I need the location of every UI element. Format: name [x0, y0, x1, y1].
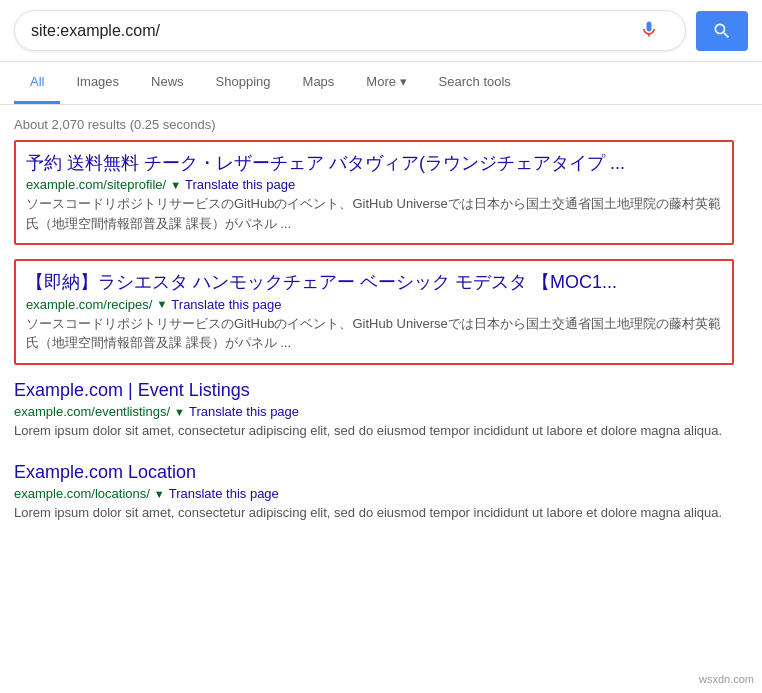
search-input-wrapper — [14, 10, 686, 51]
result-snippet: ソースコードリポジトリサービスのGitHubのイベント、GitHub Unive… — [26, 194, 722, 233]
result-translate[interactable]: Translate this page — [169, 486, 279, 501]
result-translate[interactable]: Translate this page — [171, 297, 281, 312]
search-bar-container — [0, 0, 762, 62]
search-input[interactable] — [31, 22, 639, 40]
result-item: 予約 送料無料 チーク・レザーチェア バタヴィア(ラウンジチェアタイプ ... … — [14, 140, 734, 245]
nav-tabs: All Images News Shopping Maps More ▾ Sea… — [0, 62, 762, 105]
tab-all[interactable]: All — [14, 62, 60, 104]
tab-news[interactable]: News — [135, 62, 200, 104]
tab-more[interactable]: More ▾ — [350, 62, 422, 104]
tab-search-tools[interactable]: Search tools — [423, 62, 527, 104]
result-title[interactable]: 【即納】ラシエスタ ハンモックチェアー ベーシック モデスタ 【MOC1... — [26, 271, 722, 294]
result-url-arrow[interactable]: ▼ — [156, 298, 167, 310]
result-snippet: Lorem ipsum dolor sit amet, consectetur … — [14, 503, 734, 523]
result-url-arrow[interactable]: ▼ — [170, 179, 181, 191]
result-translate[interactable]: Translate this page — [185, 177, 295, 192]
result-url: example.com/recipes/ — [26, 297, 152, 312]
result-item: Example.com | Event Listings example.com… — [14, 379, 734, 441]
search-button[interactable] — [696, 11, 748, 51]
result-title[interactable]: Example.com | Event Listings — [14, 379, 734, 402]
results-container: 予約 送料無料 チーク・レザーチェア バタヴィア(ラウンジチェアタイプ ... … — [0, 140, 762, 523]
result-snippet: Lorem ipsum dolor sit amet, consectetur … — [14, 421, 734, 441]
result-url: example.com/locations/ — [14, 486, 150, 501]
result-translate[interactable]: Translate this page — [189, 404, 299, 419]
microphone-icon[interactable] — [639, 19, 659, 42]
result-snippet: ソースコードリポジトリサービスのGitHubのイベント、GitHub Unive… — [26, 314, 722, 353]
result-item: 【即納】ラシエスタ ハンモックチェアー ベーシック モデスタ 【MOC1... … — [14, 259, 734, 364]
result-url-arrow[interactable]: ▼ — [174, 406, 185, 418]
result-url-row: example.com/siteprofile/ ▼ Translate thi… — [26, 177, 722, 192]
result-title[interactable]: Example.com Location — [14, 461, 734, 484]
results-count: About 2,070 results (0.25 seconds) — [0, 105, 762, 140]
result-url-row: example.com/locations/ ▼ Translate this … — [14, 486, 734, 501]
result-item: Example.com Location example.com/locatio… — [14, 461, 734, 523]
result-url-arrow[interactable]: ▼ — [154, 488, 165, 500]
tab-shopping[interactable]: Shopping — [200, 62, 287, 104]
tab-maps[interactable]: Maps — [287, 62, 351, 104]
tab-images[interactable]: Images — [60, 62, 135, 104]
result-url: example.com/siteprofile/ — [26, 177, 166, 192]
result-url: example.com/eventlistings/ — [14, 404, 170, 419]
result-url-row: example.com/eventlistings/ ▼ Translate t… — [14, 404, 734, 419]
result-url-row: example.com/recipes/ ▼ Translate this pa… — [26, 297, 722, 312]
result-title[interactable]: 予約 送料無料 チーク・レザーチェア バタヴィア(ラウンジチェアタイプ ... — [26, 152, 722, 175]
